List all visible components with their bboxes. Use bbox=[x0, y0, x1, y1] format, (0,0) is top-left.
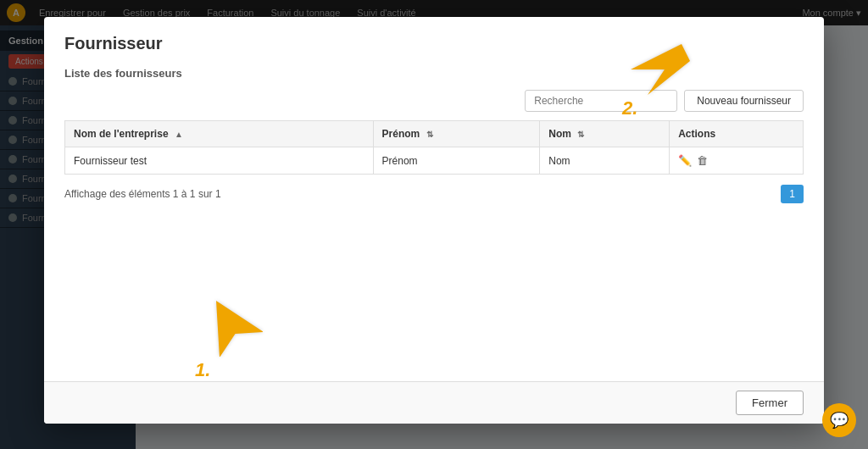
close-button[interactable]: Fermer bbox=[736, 391, 804, 415]
modal-footer: Fermer bbox=[44, 381, 824, 424]
chat-icon: 💬 bbox=[830, 411, 849, 430]
modal-dialog: Fournisseur Liste des fournisseurs Nouve… bbox=[44, 17, 824, 424]
cell-nom: Nom bbox=[540, 147, 670, 175]
new-fournisseur-button[interactable]: Nouveau fournisseur bbox=[684, 90, 804, 112]
chat-bubble[interactable]: 💬 bbox=[822, 403, 856, 437]
section-label: Liste des fournisseurs bbox=[64, 67, 804, 80]
modal-title: Fournisseur bbox=[64, 34, 804, 53]
action-icons: ✏️ 🗑 bbox=[678, 154, 794, 167]
cell-prenom: Prénom bbox=[373, 147, 540, 175]
search-input[interactable] bbox=[525, 90, 677, 112]
delete-icon[interactable]: 🗑 bbox=[697, 154, 708, 167]
table-row: Fournisseur test Prénom Nom ✏️ 🗑 bbox=[65, 147, 804, 175]
col-prenom[interactable]: Prénom ⇅ bbox=[373, 121, 540, 147]
sort-both-icon-2: ⇅ bbox=[577, 130, 584, 139]
col-actions: Actions bbox=[670, 121, 804, 147]
col-nom[interactable]: Nom ⇅ bbox=[540, 121, 670, 147]
toolbar-row: Nouveau fournisseur bbox=[64, 90, 804, 112]
edit-icon[interactable]: ✏️ bbox=[678, 154, 692, 167]
pagination-info: Affichage des éléments 1 à 1 sur 1 bbox=[64, 188, 221, 200]
pagination-page-button[interactable]: 1 bbox=[781, 185, 804, 203]
sort-asc-icon: ▲ bbox=[175, 130, 183, 139]
col-company[interactable]: Nom de l'entreprise ▲ bbox=[65, 121, 374, 147]
modal-body: Fournisseur Liste des fournisseurs Nouve… bbox=[44, 17, 824, 381]
sort-both-icon: ⇅ bbox=[426, 130, 433, 139]
pagination-row: Affichage des éléments 1 à 1 sur 1 1 bbox=[64, 185, 804, 203]
modal-overlay: Fournisseur Liste des fournisseurs Nouve… bbox=[0, 0, 868, 449]
cell-company: Fournisseur test bbox=[65, 147, 374, 175]
cell-actions: ✏️ 🗑 bbox=[670, 147, 804, 175]
fournisseur-table: Nom de l'entreprise ▲ Prénom ⇅ Nom ⇅ Act… bbox=[64, 120, 804, 175]
